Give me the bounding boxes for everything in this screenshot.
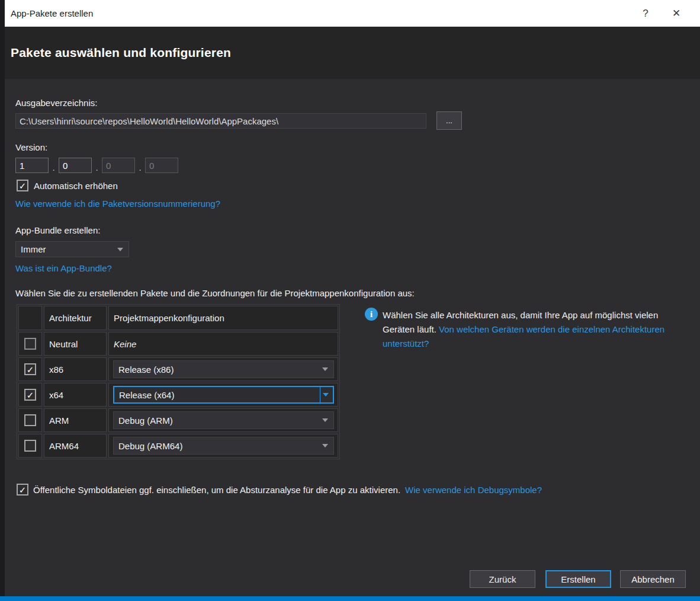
dialog-title: App-Pakete erstellen	[11, 8, 630, 18]
arm64-configuration-value: Debug (ARM64)	[114, 441, 322, 451]
chevron-down-icon	[117, 248, 123, 251]
package-table-caption: Wählen Sie die zu erstellenden Pakete un…	[15, 288, 415, 298]
arm64-configuration-select[interactable]: Debug (ARM64)	[113, 437, 334, 455]
version-separator: .	[92, 162, 102, 173]
version-separator: .	[135, 162, 145, 173]
vs-status-bar	[0, 596, 700, 601]
output-directory-label: Ausgabeverzeichnis:	[15, 98, 97, 108]
table-row-x86-configcell: Release (x86)	[108, 357, 338, 381]
cancel-button[interactable]: Abbrechen	[620, 570, 686, 588]
arm-configuration-value: Debug (ARM)	[114, 415, 322, 426]
output-directory-input[interactable]	[15, 113, 426, 129]
browse-button[interactable]: ...	[436, 111, 462, 130]
page-title: Pakete auswählen und konfigurieren	[5, 46, 231, 60]
architecture-info-text: Wählen Sie alle Architekturen aus, damit…	[383, 308, 677, 351]
app-bundle-select[interactable]: Immer	[15, 241, 129, 257]
info-icon: i	[365, 308, 378, 321]
x86-configuration-select[interactable]: Release (x86)	[113, 360, 334, 378]
version-major-input[interactable]	[15, 158, 49, 173]
version-numbering-help-link[interactable]: Wie verwende ich die Paketversionsnummer…	[15, 199, 220, 209]
table-header-architecture: Architektur	[44, 306, 107, 330]
table-row-x86-arch: x86	[44, 357, 107, 381]
arm-checkbox[interactable]	[24, 414, 36, 426]
version-separator: .	[49, 162, 59, 173]
check-icon: ✓	[27, 365, 34, 374]
table-row-neutral-config: Keine	[108, 332, 338, 356]
symbols-row: ✓ Öffentliche Symboldateien ggf. einschl…	[17, 484, 680, 495]
dialog-titlebar: App-Pakete erstellen ? ✕	[5, 0, 700, 27]
check-icon: ✓	[27, 391, 34, 399]
table-row-arm64-configcell: Debug (ARM64)	[108, 434, 338, 458]
chevron-down-icon	[323, 393, 329, 397]
debug-symbols-help-link[interactable]: Wie verwende ich Debugsymbole?	[405, 485, 542, 495]
table-row-arm-configcell: Debug (ARM)	[108, 408, 338, 432]
app-bundle-selected-value: Immer	[16, 244, 117, 254]
table-header-check	[18, 306, 42, 330]
auto-increment-label: Automatisch erhöhen	[34, 181, 118, 191]
table-row-x86-checkcell: ✓	[18, 357, 42, 381]
app-bundle-label: App-Bundle erstellen:	[15, 225, 100, 235]
table-header-configuration: Projektmappenkonfiguration	[108, 306, 338, 330]
auto-increment-checkbox[interactable]: ✓	[17, 180, 28, 191]
arm64-checkbox[interactable]	[24, 440, 36, 452]
dialog-header-band: Pakete auswählen und konfigurieren	[5, 27, 700, 79]
x64-configuration-value: Release (x64)	[114, 390, 323, 400]
create-app-packages-dialog: App-Pakete erstellen ? ✕ Pakete auswähle…	[0, 0, 700, 601]
auto-increment-row: ✓ Automatisch erhöhen	[17, 180, 118, 191]
table-row-x64-checkcell: ✓	[18, 383, 42, 407]
x64-checkbox[interactable]: ✓	[24, 389, 36, 401]
table-row-arm-checkcell	[18, 408, 42, 432]
check-icon: ✓	[19, 181, 27, 190]
chevron-down-icon	[322, 444, 328, 447]
version-revision-input	[145, 158, 178, 173]
version-label: Version:	[15, 142, 47, 152]
background-window-edge	[0, 0, 5, 596]
back-button[interactable]: Zurück	[470, 570, 535, 588]
table-row-arm64-checkcell	[18, 434, 42, 458]
help-icon[interactable]: ?	[630, 0, 661, 27]
combo-divider	[320, 387, 320, 402]
table-row-x64-arch: x64	[44, 383, 107, 407]
version-minor-input[interactable]	[59, 158, 92, 173]
version-inputs: . . .	[15, 158, 178, 173]
x86-configuration-value: Release (x86)	[114, 365, 322, 375]
version-build-input	[102, 158, 135, 173]
table-row-x64-configcell: Release (x64)	[108, 383, 338, 407]
include-symbols-label: Öffentliche Symboldateien ggf. einschlie…	[33, 485, 400, 495]
include-symbols-checkbox[interactable]: ✓	[17, 484, 28, 495]
neutral-checkbox[interactable]	[24, 338, 36, 350]
table-row-arm-arch: ARM	[44, 408, 107, 432]
check-icon: ✓	[19, 485, 27, 494]
create-button[interactable]: Erstellen	[545, 570, 611, 588]
arm-configuration-select[interactable]: Debug (ARM)	[113, 411, 334, 429]
chevron-down-icon	[322, 418, 328, 422]
x86-checkbox[interactable]: ✓	[24, 363, 36, 375]
table-row-neutral-checkcell	[18, 332, 42, 356]
app-bundle-help-link[interactable]: Was ist ein App-Bundle?	[15, 263, 112, 273]
table-row-neutral-arch: Neutral	[44, 332, 107, 356]
table-row-arm64-arch: ARM64	[44, 434, 107, 458]
chevron-down-icon	[322, 367, 328, 371]
close-icon[interactable]: ✕	[661, 0, 692, 27]
package-table: Architektur Projektmappenkonfiguration N…	[17, 304, 340, 459]
x64-configuration-select[interactable]: Release (x64)	[113, 386, 334, 404]
